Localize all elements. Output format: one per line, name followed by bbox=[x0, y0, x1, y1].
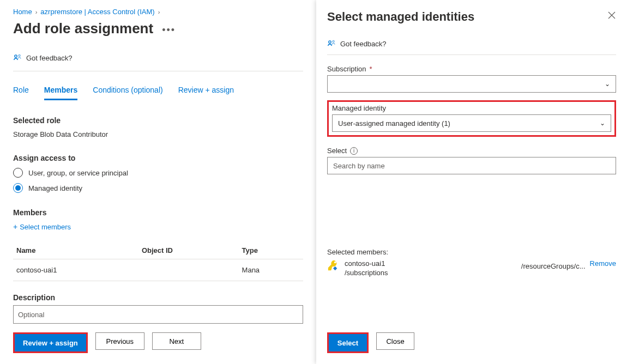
close-panel-button[interactable] bbox=[607, 11, 616, 21]
close-icon bbox=[607, 11, 616, 20]
radio-label: Managed identity bbox=[28, 184, 82, 192]
review-assign-button[interactable]: Review + assign bbox=[15, 334, 86, 351]
divider bbox=[13, 71, 303, 71]
selected-member-row: contoso-uai1 /subscriptions /resourceGro… bbox=[327, 259, 616, 277]
selected-member-text: contoso-uai1 /subscriptions bbox=[345, 259, 388, 277]
highlight-select: Select bbox=[327, 332, 369, 353]
add-role-assignment-page: Home › azrpremstore | Access Control (IA… bbox=[0, 0, 316, 364]
managed-identity-value: User-assigned managed identity (1) bbox=[338, 119, 450, 128]
tab-role[interactable]: Role bbox=[13, 86, 29, 100]
panel-footer: Select Close bbox=[327, 332, 414, 353]
selected-members-label: Selected members: bbox=[327, 248, 616, 256]
remove-member-link[interactable]: Remove bbox=[590, 259, 616, 268]
col-type[interactable]: Type bbox=[239, 242, 303, 259]
radio-icon bbox=[13, 168, 23, 178]
more-actions-icon[interactable]: ••• bbox=[162, 25, 176, 36]
page-title: Add role assignment bbox=[13, 20, 153, 37]
selected-member-path-right: /resourceGroups/c... bbox=[521, 262, 586, 270]
tab-conditions[interactable]: Conditions (optional) bbox=[93, 86, 162, 100]
subscription-select[interactable]: ⌄ bbox=[327, 75, 616, 93]
cell-name: contoso-uai1 bbox=[13, 259, 138, 281]
info-icon[interactable]: i bbox=[350, 147, 358, 155]
panel-feedback-link[interactable]: Got feedback? bbox=[327, 39, 387, 48]
managed-identity-select[interactable]: User-assigned managed identity (1) ⌄ bbox=[332, 114, 611, 132]
subscription-label-text: Subscription bbox=[327, 65, 366, 73]
selected-member-name: contoso-uai1 bbox=[345, 259, 388, 268]
feedback-label: Got feedback? bbox=[26, 54, 73, 62]
col-name[interactable]: Name bbox=[13, 242, 138, 259]
radio-managed-identity[interactable]: Managed identity bbox=[13, 183, 303, 193]
subscription-label: Subscription* bbox=[327, 65, 616, 73]
page-footer: Review + assign Previous Next bbox=[13, 332, 201, 353]
select-managed-identities-panel: Select managed identities Got feedback? … bbox=[316, 0, 627, 364]
col-object-id[interactable]: Object ID bbox=[138, 242, 239, 259]
cell-type: Mana bbox=[239, 259, 303, 281]
chevron-down-icon: ⌄ bbox=[600, 119, 605, 127]
radio-icon bbox=[13, 183, 23, 193]
description-label: Description bbox=[13, 293, 303, 302]
feedback-link[interactable]: Got feedback? bbox=[13, 53, 73, 62]
tab-review[interactable]: Review + assign bbox=[178, 86, 234, 100]
members-label: Members bbox=[13, 208, 303, 217]
select-label-text: Select bbox=[327, 147, 347, 155]
selected-member-path-left: /subscriptions bbox=[345, 269, 388, 277]
selected-members-section: Selected members: contoso-uai1 /subscrip… bbox=[327, 248, 616, 277]
selected-role-value: Storage Blob Data Contributor bbox=[13, 130, 303, 138]
feedback-icon bbox=[327, 39, 336, 48]
close-button[interactable]: Close bbox=[376, 332, 414, 350]
select-members-label: Select members bbox=[20, 223, 71, 231]
members-table: Name Object ID Type contoso-uai1 Mana bbox=[13, 242, 303, 281]
tab-members[interactable]: Members bbox=[44, 86, 77, 100]
divider bbox=[327, 54, 616, 55]
highlight-review-assign: Review + assign bbox=[13, 332, 88, 353]
select-members-link[interactable]: + Select members bbox=[13, 222, 71, 231]
svg-point-3 bbox=[333, 40, 334, 42]
radio-user-group-sp[interactable]: User, group, or service principal bbox=[13, 168, 303, 178]
member-search-input[interactable] bbox=[327, 157, 616, 174]
previous-button[interactable]: Previous bbox=[95, 332, 144, 350]
select-button[interactable]: Select bbox=[329, 334, 367, 351]
panel-feedback-label: Got feedback? bbox=[340, 40, 387, 48]
cell-object-id bbox=[138, 259, 239, 281]
chevron-down-icon: ⌄ bbox=[605, 80, 610, 88]
breadcrumb: Home › azrpremstore | Access Control (IA… bbox=[13, 8, 303, 16]
chevron-right-icon: › bbox=[158, 9, 160, 15]
tabs: Role Members Conditions (optional) Revie… bbox=[13, 86, 303, 101]
radio-label: User, group, or service principal bbox=[28, 169, 128, 177]
svg-point-0 bbox=[15, 55, 17, 57]
selected-role-label: Selected role bbox=[13, 116, 303, 125]
breadcrumb-resource[interactable]: azrpremstore | Access Control (IAM) bbox=[40, 8, 154, 16]
svg-marker-4 bbox=[333, 266, 337, 270]
plus-icon: + bbox=[13, 222, 17, 231]
svg-point-2 bbox=[329, 41, 331, 43]
managed-identity-label: Managed identity bbox=[332, 104, 611, 112]
svg-point-1 bbox=[19, 54, 20, 56]
chevron-right-icon: › bbox=[35, 9, 38, 15]
table-row[interactable]: contoso-uai1 Mana bbox=[13, 259, 303, 281]
highlight-managed-identity: Managed identity User-assigned managed i… bbox=[327, 100, 616, 137]
select-label: Select i bbox=[327, 147, 616, 155]
feedback-icon bbox=[13, 53, 22, 62]
breadcrumb-home[interactable]: Home bbox=[13, 8, 32, 16]
next-button[interactable]: Next bbox=[152, 332, 201, 350]
managed-identity-icon bbox=[327, 259, 339, 273]
panel-title: Select managed identities bbox=[327, 10, 616, 24]
description-input[interactable] bbox=[13, 305, 303, 324]
required-asterisk: * bbox=[370, 65, 372, 73]
assign-access-label: Assign access to bbox=[13, 154, 303, 162]
